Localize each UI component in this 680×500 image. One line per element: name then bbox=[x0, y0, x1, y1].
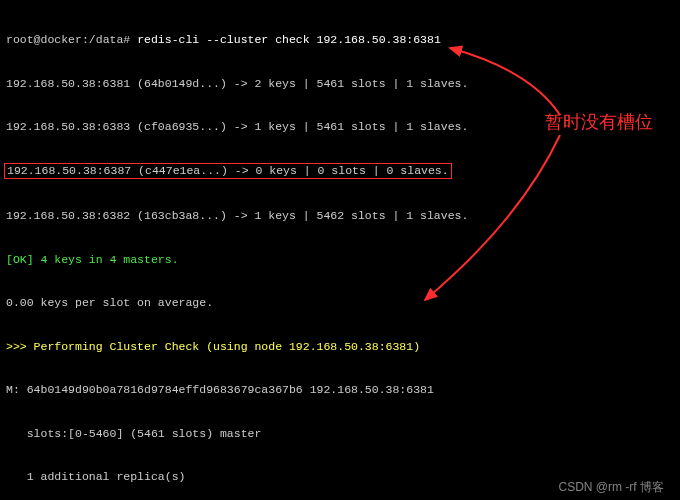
prompt-user: root@docker bbox=[6, 33, 82, 46]
terminal-window: root@docker:/data# redis-cli --cluster c… bbox=[0, 0, 680, 500]
prompt-path: :/data# bbox=[82, 33, 130, 46]
node-line: M: 64b0149d90b0a7816d9784effd9683679ca36… bbox=[6, 383, 674, 398]
command-text: redis-cli --cluster check 192.168.50.38:… bbox=[137, 33, 441, 46]
highlight-new-node-summary: 192.168.50.38:6387 (c447e1ea...) -> 0 ke… bbox=[4, 163, 452, 180]
average-line: 0.00 keys per slot on average. bbox=[6, 296, 674, 311]
ok-keys-line: [OK] 4 keys in 4 masters. bbox=[6, 253, 674, 268]
summary-line: 192.168.50.38:6381 (64b0149d...) -> 2 ke… bbox=[6, 77, 674, 92]
command-line[interactable]: root@docker:/data# redis-cli --cluster c… bbox=[6, 33, 674, 48]
watermark: CSDN @rm -rf 博客 bbox=[558, 480, 664, 495]
node-line: slots:[0-5460] (5461 slots) master bbox=[6, 427, 674, 442]
summary-line: 192.168.50.38:6382 (163cb3a8...) -> 1 ke… bbox=[6, 209, 674, 224]
annotation-label: 暂时没有槽位 bbox=[545, 115, 653, 130]
performing-check-line: >>> Performing Cluster Check (using node… bbox=[6, 340, 674, 355]
